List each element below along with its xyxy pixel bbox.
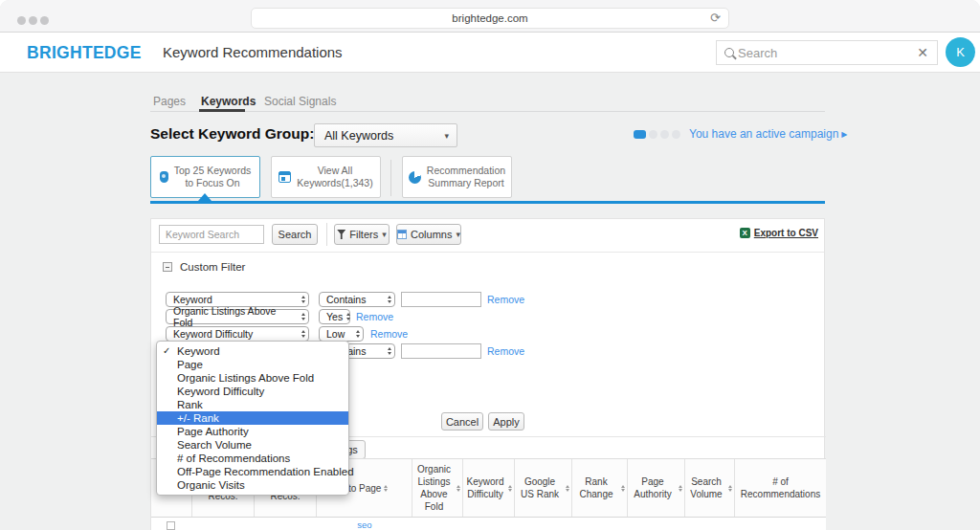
campaign-progress-pill [634, 130, 646, 139]
cancel-button[interactable]: Cancel [441, 412, 483, 431]
card-label: Keywords(1,343) [297, 177, 372, 188]
menu-item-num-recommendations[interactable]: # of Recommendations [157, 452, 348, 465]
reload-icon[interactable]: ⟳ [710, 11, 721, 25]
filter-field-value: Keyword [173, 294, 212, 305]
sort-icon[interactable] [384, 485, 388, 492]
filter-field-value: Organic Listings Above Fold [173, 305, 298, 328]
sort-icon[interactable] [566, 485, 569, 492]
window-close-button[interactable] [17, 16, 26, 25]
columns-icon [397, 230, 407, 239]
menu-item-organic-listings[interactable]: Organic Listings Above Fold [157, 371, 348, 385]
tabs-divider [150, 111, 825, 112]
column-label: Rank Change [574, 475, 618, 500]
remove-filter-link[interactable]: Remove [487, 343, 524, 359]
column-header-keyword-difficulty[interactable]: Keyword Difficulty [463, 459, 515, 517]
menu-item-plus-minus-rank[interactable]: +/- Rank [157, 411, 348, 425]
sort-icon[interactable] [621, 485, 625, 492]
menu-item-label: Search Volume [177, 439, 252, 451]
row-checkbox[interactable] [167, 521, 175, 530]
column-header-rank-change[interactable]: Rank Change [572, 459, 628, 517]
campaign-progress-dot [649, 130, 657, 139]
menu-item-rank[interactable]: Rank [157, 398, 348, 411]
menu-item-organic-visits[interactable]: Organic Visits [157, 478, 348, 492]
active-campaign-banner[interactable]: You have an active campaign ▶ [634, 127, 848, 141]
section-accent-line [150, 201, 825, 204]
active-tab-underline [199, 109, 245, 112]
stepper-icon [301, 330, 305, 338]
card-label: Top 25 Keywords [174, 165, 252, 176]
table-cell-page-link[interactable]: seo [317, 519, 412, 530]
columns-button[interactable]: Columns ▾ [396, 224, 461, 245]
filter-field-select[interactable]: Keyword Difficulty [166, 326, 309, 342]
column-header-google-us-rank[interactable]: Google US Rank [515, 459, 572, 517]
card-recommendation-summary[interactable]: Recommendation Summary Report [402, 156, 512, 198]
menu-item-offpage-recommendation-enabled[interactable]: Off-Page Recommendation Enabled [157, 465, 348, 478]
window-zoom-button[interactable] [40, 16, 49, 25]
keyword-search-input[interactable] [159, 225, 264, 244]
menu-item-label: Page [177, 359, 203, 370]
card-top-25-keywords[interactable]: Top 25 Keywords to Focus On [150, 156, 260, 198]
chevron-down-icon: ▾ [444, 131, 449, 141]
tab-pages[interactable]: Pages [153, 95, 186, 108]
card-label: Summary Report [428, 177, 503, 188]
check-icon: ✓ [163, 344, 170, 358]
remove-filter-link[interactable]: Remove [487, 292, 524, 307]
menu-item-label: Keyword [177, 345, 220, 357]
card-label: to Focus On [185, 177, 239, 188]
card-label: Recommendation [427, 165, 505, 176]
card-divider [390, 160, 391, 196]
filter-operator-select[interactable]: Contains [319, 292, 395, 307]
arrow-right-icon: ▶ [841, 130, 847, 139]
remove-filter-link[interactable]: Remove [356, 309, 393, 324]
apply-button[interactable]: Apply [488, 412, 524, 431]
export-label: Export to CSV [754, 228, 818, 238]
search-button[interactable]: Search [272, 224, 318, 245]
active-card-pointer [198, 193, 212, 201]
filter-operator-select[interactable]: Low [319, 326, 364, 342]
custom-filter-toggle[interactable]: Custom Filter [163, 261, 245, 273]
sort-icon[interactable] [679, 485, 682, 492]
filter-value-input[interactable] [401, 343, 481, 359]
column-header-page-authority[interactable]: Page Authority [628, 459, 685, 517]
column-label: Keyword Difficulty [465, 475, 505, 500]
toolbar-border [151, 252, 824, 253]
card-view-all-keywords[interactable]: View All Keywords(1,343) [271, 156, 381, 198]
window-minimize-button[interactable] [29, 16, 37, 25]
filter-operator-select[interactable]: Yes [319, 309, 350, 324]
menu-item-search-volume[interactable]: Search Volume [157, 438, 348, 452]
column-label: Page Authority [630, 475, 676, 500]
filter-field-select[interactable]: Organic Listings Above Fold [166, 309, 309, 324]
pie-chart-icon [409, 171, 421, 184]
sort-icon[interactable] [508, 485, 512, 492]
export-to-csv-link[interactable]: X Export to CSV [740, 228, 818, 238]
avatar[interactable]: K [946, 37, 975, 67]
menu-item-page-authority[interactable]: Page Authority [157, 425, 348, 438]
menu-item-label: Organic Visits [177, 479, 245, 491]
global-search-input[interactable] [738, 46, 908, 60]
menu-item-keyword-difficulty[interactable]: Keyword Difficulty [157, 385, 348, 398]
menu-item-keyword[interactable]: ✓ Keyword [157, 344, 348, 358]
keyword-group-select[interactable]: All Keywords ▾ [314, 123, 457, 147]
collapse-icon[interactable] [163, 262, 172, 272]
global-search-field[interactable]: ✕ [716, 40, 938, 65]
column-header-search-volume[interactable]: Search Volume [685, 459, 735, 517]
stepper-icon [301, 313, 305, 320]
column-header-organic-listings[interactable]: Organic Listings Above Fold [412, 459, 463, 517]
filters-label: Filters [349, 229, 378, 240]
menu-item-label: Page Authority [177, 426, 249, 437]
sort-icon[interactable] [728, 485, 732, 492]
campaign-link[interactable]: You have an active campaign [689, 127, 838, 141]
filters-button[interactable]: Filters ▾ [334, 224, 390, 245]
search-icon [724, 48, 734, 57]
menu-item-page[interactable]: Page [157, 358, 348, 371]
remove-filter-link[interactable]: Remove [370, 326, 408, 342]
tab-keywords[interactable]: Keywords [201, 95, 256, 108]
close-icon[interactable]: ✕ [908, 45, 937, 60]
filter-value-input[interactable] [401, 292, 481, 307]
sort-icon[interactable] [457, 485, 460, 492]
column-label: Search Volume [687, 475, 725, 500]
browser-window: brightedge.com ⟳ BRIGHTEDGE Keyword Reco… [0, 0, 980, 530]
column-header-num-recommendations[interactable]: # of Recommendations [735, 459, 826, 517]
url-bar[interactable]: brightedge.com ⟳ [251, 8, 729, 29]
tab-social-signals[interactable]: Social Signals [264, 95, 336, 108]
